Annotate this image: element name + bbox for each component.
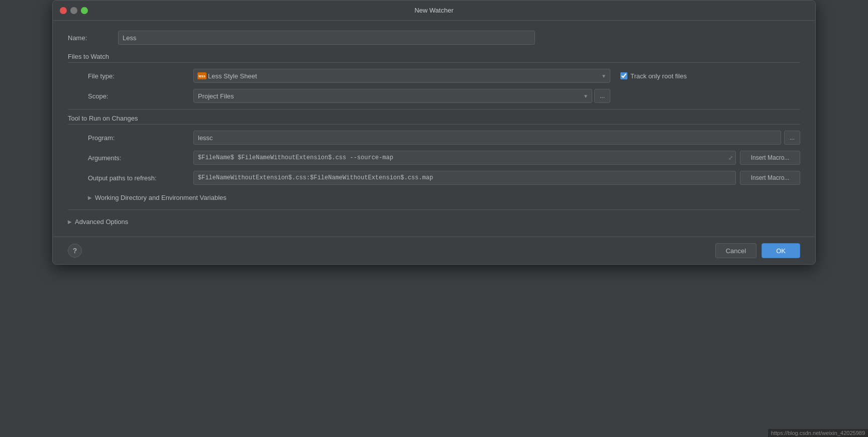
divider-2 [68,209,800,210]
scope-select-wrapper: Project Files ▼ [193,89,592,103]
working-directory-collapsible[interactable]: ▶ Working Directory and Environment Vari… [88,191,800,204]
close-button[interactable] [60,7,67,14]
footer-left: ? [68,244,82,258]
scope-wrapper: Project Files ▼ ... [193,89,610,103]
cancel-button[interactable]: Cancel [715,243,756,258]
name-input[interactable] [118,31,535,45]
maximize-button[interactable] [81,7,88,14]
tool-to-run-section-header: Tool to Run on Changes [68,115,800,125]
program-label: Program: [88,134,193,142]
scope-row: Scope: Project Files ▼ ... [88,89,800,103]
working-dir-arrow-icon: ▶ [88,195,92,200]
output-paths-label: Output paths to refresh: [88,174,193,182]
dialog: New Watcher Name: Files to Watch File ty… [52,0,816,265]
dialog-footer: ? Cancel OK [53,237,815,264]
track-root-files-row: Track only root files [620,72,687,80]
titlebar-buttons [60,7,88,14]
arguments-label: Arguments: [88,154,193,162]
files-to-watch-content: File type: less Less Style Sheet ▼ Track… [68,69,800,103]
output-paths-input-group: Insert Macro... [193,171,800,185]
file-type-label: File type: [88,72,193,80]
scope-dots-button[interactable]: ... [594,89,610,103]
background: New Watcher Name: Files to Watch File ty… [0,0,868,437]
file-type-select-wrapper: less Less Style Sheet ▼ [193,69,610,83]
advanced-options-label: Advanced Options [75,218,128,226]
dialog-body: Name: Files to Watch File type: less Les… [53,21,815,237]
track-root-files-checkbox[interactable] [620,72,627,79]
url-bar: https://blog.csdn.net/weixin_42025989 [768,429,868,437]
working-directory-label: Working Directory and Environment Variab… [95,194,227,201]
advanced-options-collapsible[interactable]: ▶ Advanced Options [68,215,800,229]
arguments-insert-macro-button[interactable]: Insert Macro... [740,151,800,165]
help-button[interactable]: ? [68,244,82,258]
program-input[interactable] [193,131,781,145]
ok-button[interactable]: OK [762,243,800,258]
scope-label: Scope: [88,92,193,100]
program-row: Program: ... [88,131,800,145]
scope-select[interactable]: Project Files [193,89,592,103]
arguments-input-group: ⤢ Insert Macro... [193,151,800,165]
footer-right: Cancel OK [715,243,800,258]
output-paths-input[interactable] [193,171,736,185]
dialog-title: New Watcher [414,7,454,14]
file-type-select[interactable]: Less Style Sheet [193,69,610,83]
program-input-row: ... [193,131,800,145]
arguments-input[interactable] [193,151,736,165]
arguments-row: Arguments: ⤢ Insert Macro... [88,151,800,165]
minimize-button[interactable] [70,7,77,14]
name-row: Name: [68,31,800,45]
files-to-watch-section-header: Files to Watch [68,53,800,63]
titlebar: New Watcher [53,1,815,21]
arguments-wrapper: ⤢ [193,151,736,165]
divider-1 [68,109,800,110]
name-label: Name: [68,34,118,42]
program-dots-button[interactable]: ... [784,131,800,145]
file-type-row: File type: less Less Style Sheet ▼ Track… [88,69,800,83]
output-paths-row: Output paths to refresh: Insert Macro... [88,171,800,185]
advanced-options-arrow-icon: ▶ [68,219,72,225]
tool-to-run-content: Program: ... Arguments: ⤢ Insert Macr [68,131,800,204]
output-insert-macro-button[interactable]: Insert Macro... [740,171,800,185]
track-root-files-label[interactable]: Track only root files [630,72,687,80]
